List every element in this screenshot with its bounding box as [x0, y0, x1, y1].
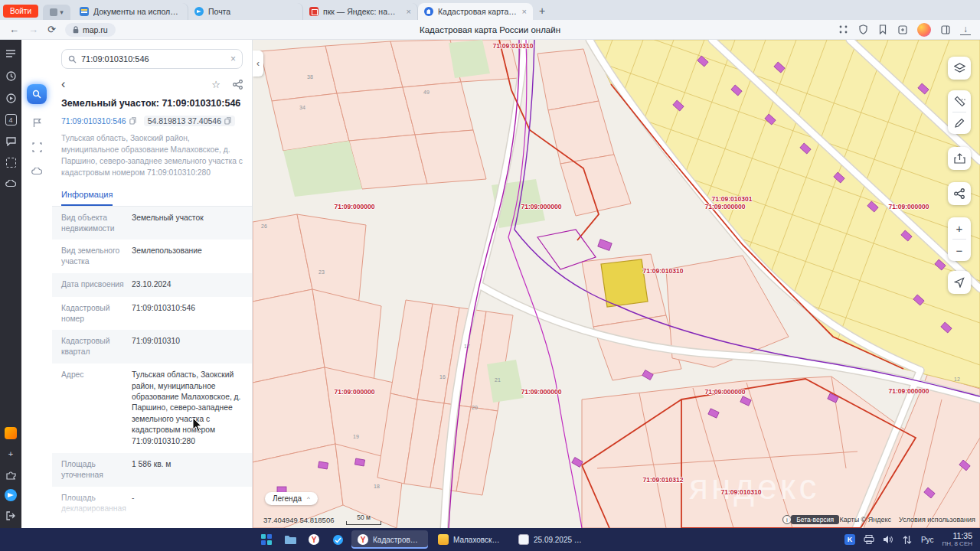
tab-close-icon[interactable]: ×	[407, 7, 411, 16]
pkk-favicon	[309, 7, 318, 16]
panel-header-row: ‹ ☆	[61, 78, 243, 90]
share-icon[interactable]	[233, 80, 243, 90]
panel-back-icon[interactable]: ‹	[61, 78, 65, 90]
favorite-star-icon[interactable]: ☆	[211, 79, 220, 90]
locate-button[interactable]	[948, 271, 971, 294]
pinned-tab[interactable]: ▾	[43, 5, 70, 20]
table-row: Вид земельного участкаЗемлепользование	[52, 240, 252, 273]
content: 4 +	[0, 40, 980, 528]
tab-information[interactable]: Информация	[61, 190, 113, 206]
extensions-icon[interactable]	[838, 24, 848, 35]
panel-collapse-button[interactable]: ‹	[253, 51, 263, 77]
browser-sidebar: 4 +	[0, 40, 21, 528]
terms-link[interactable]: Условия использования	[899, 516, 975, 523]
volume-icon[interactable]	[883, 534, 893, 545]
bookmark-flag-icon[interactable]	[877, 24, 888, 35]
share-nodes-icon	[954, 188, 965, 199]
zoom-group: + −	[948, 217, 971, 261]
cloud-tool-icon[interactable]	[31, 165, 43, 178]
select-area-tool-icon[interactable]	[31, 141, 43, 153]
ruler-button[interactable]	[948, 90, 971, 112]
edit-button[interactable]	[948, 112, 971, 134]
printer-icon[interactable]	[864, 534, 874, 545]
url-text: map.ru	[83, 25, 108, 34]
share-map-button[interactable]	[948, 182, 971, 205]
downloads-icon[interactable]: ↓	[960, 24, 971, 35]
browser-login-button[interactable]: Войти	[3, 5, 38, 18]
mouse-cursor	[192, 417, 203, 432]
tab-cadastral-map[interactable]: Кадастровая карта Ро ×	[418, 3, 533, 20]
tabs-count-badge[interactable]: 4	[5, 114, 17, 126]
folder-task-icon	[438, 534, 449, 545]
copy-icon[interactable]	[129, 117, 136, 125]
flag-tool-icon[interactable]	[31, 116, 43, 129]
k-app-icon[interactable]: K	[844, 534, 855, 545]
table-row: Кадастровый квартал71:09:010310	[52, 330, 252, 364]
tab-documents[interactable]: Документы на исполнен	[74, 3, 188, 20]
start-menu-button[interactable]	[256, 530, 276, 549]
task-document[interactable]: 25.09.2025 12-00...	[512, 530, 589, 549]
pinned-tab-icon	[50, 8, 57, 16]
panel-tabs: Информация	[52, 187, 252, 207]
cadastral-map-canvas[interactable]: яндекс	[253, 40, 980, 528]
new-tab-button[interactable]: +	[539, 5, 545, 17]
puzzle-extension-icon[interactable]	[5, 468, 17, 481]
task-cadastral-map[interactable]: Y Кадастровая кар...	[351, 530, 428, 549]
side-panel-toggle-icon[interactable]	[940, 24, 951, 35]
telegram-icon[interactable]	[5, 489, 17, 501]
collections-icon[interactable]	[897, 24, 908, 35]
chips-row: 71:09:010310:546 54.819813 37.40546	[61, 116, 243, 126]
task-folder[interactable]: Малаховское ЛП...	[432, 530, 508, 549]
tab-pkk-search[interactable]: пкк — Яндекс: нашлось ×	[303, 3, 418, 20]
search-input[interactable]	[81, 54, 226, 64]
cadastral-favicon	[424, 7, 433, 16]
legend-button[interactable]: Легенда ^	[265, 492, 318, 505]
forward-icon[interactable]: →	[28, 24, 38, 34]
back-icon[interactable]: ←	[9, 24, 19, 34]
sidebar-bottom-group: +	[5, 427, 17, 528]
chat-icon[interactable]	[5, 135, 17, 148]
scale-bar	[346, 521, 381, 525]
screen: Войти ▾ Документы на исполнен Почта пкк …	[0, 0, 980, 551]
screenshot-icon[interactable]	[6, 158, 16, 168]
side-panel: × ‹ ☆ Земельный участок: 71:09:010310:54…	[21, 40, 253, 528]
export-button[interactable]	[948, 147, 971, 170]
tab-mail[interactable]: Почта	[188, 3, 303, 20]
browser-toolbar: ← → ⟳ map.ru Кадастровая карта России он…	[0, 20, 980, 40]
zoom-out-button[interactable]: −	[948, 240, 971, 261]
clock-date: ПН, 8 СЕН	[942, 540, 972, 547]
add-panel-icon[interactable]: +	[5, 448, 17, 460]
taskbar: Y Y Кадастровая кар... Малаховское ЛП...…	[0, 528, 980, 551]
map-area: яндекс 71:09:01031071:09:00000071:09:000…	[253, 40, 980, 528]
layers-button[interactable]	[948, 57, 971, 80]
coordinates-chip[interactable]: 54.819813 37.40546	[144, 116, 235, 126]
yandex-watermark: яндекс	[689, 467, 819, 507]
play-icon[interactable]	[5, 92, 17, 104]
file-manager-button[interactable]	[280, 530, 300, 549]
copy-icon[interactable]	[224, 117, 231, 125]
tab-close-icon[interactable]: ×	[522, 7, 527, 16]
profile-avatar[interactable]	[917, 23, 931, 37]
cloud-icon[interactable]	[5, 178, 17, 190]
scale-control: 50 м	[346, 514, 381, 525]
panel-content: × ‹ ☆ Земельный участок: 71:09:010310:54…	[52, 40, 252, 528]
protect-shield-icon[interactable]	[858, 24, 868, 35]
selected-parcel[interactable]	[601, 259, 648, 307]
history-clock-icon[interactable]	[5, 70, 17, 82]
search-box: ×	[61, 49, 243, 69]
zoom-in-button[interactable]: +	[948, 217, 971, 239]
search-tool-button[interactable]	[27, 84, 47, 104]
keyboard-layout[interactable]: Рус	[921, 536, 934, 544]
sidebar-panels-icon[interactable]	[5, 47, 17, 60]
services-icon[interactable]	[5, 427, 17, 439]
documents-favicon	[80, 7, 89, 16]
clock[interactable]: 11:35 ПН, 8 СЕН	[942, 531, 972, 547]
yandex-browser-button[interactable]: Y	[304, 530, 324, 549]
clear-search-icon[interactable]: ×	[230, 54, 236, 64]
exit-icon[interactable]	[5, 510, 17, 522]
cadastral-number-chip[interactable]: 71:09:010310:546	[61, 116, 136, 126]
app-button[interactable]	[328, 530, 348, 549]
address-bar[interactable]: map.ru	[65, 23, 116, 37]
reload-icon[interactable]: ⟳	[47, 24, 56, 34]
network-arrows-icon[interactable]	[902, 534, 913, 545]
